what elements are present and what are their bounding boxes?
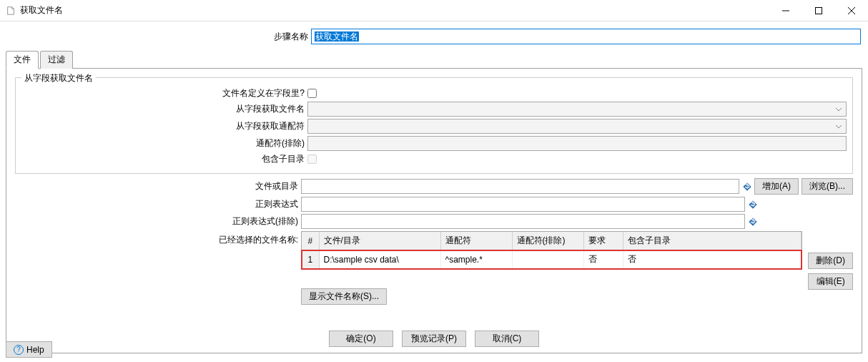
fieldset-legend: 从字段获取文件名	[21, 72, 96, 84]
regex-exclude-label: 正则表达式(排除)	[15, 215, 301, 228]
col-file-dir: 文件/目录	[319, 232, 440, 250]
close-button[interactable]	[835, 0, 868, 21]
chevron-down-icon	[834, 104, 844, 117]
cell-wildcard-exclude	[512, 250, 583, 269]
cell-require: 否	[583, 250, 623, 269]
show-filenames-button[interactable]: 显示文件名称(S)...	[301, 288, 387, 305]
step-name-row: 步骤名称 获取文件名	[0, 21, 868, 50]
regex-label: 正则表达式	[15, 198, 301, 210]
col-wildcard-exclude: 通配符(排除)	[512, 232, 583, 250]
file-or-dir-input[interactable]	[301, 179, 739, 194]
regex-input[interactable]	[301, 197, 745, 212]
cell-include-sub: 否	[623, 250, 802, 269]
delete-button[interactable]: 删除(D)	[808, 253, 853, 269]
chevron-down-icon	[834, 122, 844, 134]
step-name-label: 步骤名称	[7, 31, 311, 43]
col-require: 要求	[583, 232, 623, 250]
selected-files-table[interactable]: # 文件/目录 通配符 通配符(排除) 要求 包含子目录 1D:\sample …	[301, 231, 802, 270]
table-row[interactable]: 1D:\sample csv data\^sample.*否否	[302, 250, 802, 269]
selected-files-label: 已经选择的文件名称:	[15, 231, 301, 305]
cell-file-dir: D:\sample csv data\	[319, 250, 440, 269]
cancel-button[interactable]: 取消(C)	[475, 331, 539, 347]
minimize-button[interactable]	[769, 0, 802, 21]
col-num: #	[302, 232, 319, 250]
tab-file[interactable]: 文件	[6, 51, 39, 69]
add-button[interactable]: 增加(A)	[754, 178, 799, 195]
cell-num: 1	[302, 250, 319, 269]
tabs: 文件 过滤	[6, 50, 862, 69]
help-label: Help	[26, 345, 44, 355]
browse-button[interactable]: 浏览(B)...	[802, 178, 853, 195]
variable-icon[interactable]: $	[748, 214, 757, 229]
regex-exclude-input[interactable]	[301, 214, 745, 229]
wildcard-from-field-combo[interactable]	[307, 119, 847, 134]
defined-in-field-label: 文件名定义在字段里?	[21, 87, 307, 99]
variable-icon[interactable]: $	[742, 179, 751, 194]
variable-icon[interactable]: $	[748, 197, 757, 212]
edit-button[interactable]: 编辑(E)	[808, 273, 853, 290]
svg-rect-1	[816, 7, 822, 14]
filename-from-field-label: 从字段获取文件名	[21, 103, 307, 115]
svg-text:$: $	[750, 217, 755, 225]
help-button[interactable]: ? Help	[6, 341, 52, 358]
defined-in-field-checkbox[interactable]	[307, 89, 317, 98]
cell-wildcard: ^sample.*	[440, 250, 512, 269]
include-subdir-label: 包含子目录	[21, 153, 307, 165]
from-field-fieldset: 从字段获取文件名 文件名定义在字段里? 从字段获取文件名 从字段获取通配符 通配…	[15, 77, 853, 174]
wildcard-exclude-input[interactable]	[307, 136, 847, 151]
col-wildcard: 通配符	[440, 232, 512, 250]
svg-text:$: $	[744, 182, 749, 190]
tab-panel-file: 从字段获取文件名 文件名定义在字段里? 从字段获取文件名 从字段获取通配符 通配…	[6, 69, 862, 353]
file-or-dir-label: 文件或目录	[15, 180, 301, 192]
svg-text:$: $	[750, 200, 755, 208]
wildcard-exclude-label: 通配符(排除)	[21, 137, 307, 150]
window-title: 获取文件名	[20, 4, 63, 16]
tab-filter[interactable]: 过滤	[40, 51, 73, 69]
wildcard-from-field-label: 从字段获取通配符	[21, 120, 307, 132]
filename-from-field-combo[interactable]	[307, 102, 847, 117]
window-titlebar: 获取文件名	[0, 0, 868, 21]
maximize-button[interactable]	[802, 0, 835, 21]
app-icon	[6, 6, 16, 16]
preview-button[interactable]: 预览记录(P)	[402, 331, 466, 347]
help-icon: ?	[14, 345, 24, 355]
step-name-input[interactable]: 获取文件名	[311, 29, 861, 44]
include-subdir-checkbox[interactable]	[307, 155, 317, 164]
col-include-sub: 包含子目录	[623, 232, 802, 250]
dialog-button-bar: 确定(O) 预览记录(P) 取消(C)	[6, 331, 862, 347]
ok-button[interactable]: 确定(O)	[329, 331, 393, 347]
